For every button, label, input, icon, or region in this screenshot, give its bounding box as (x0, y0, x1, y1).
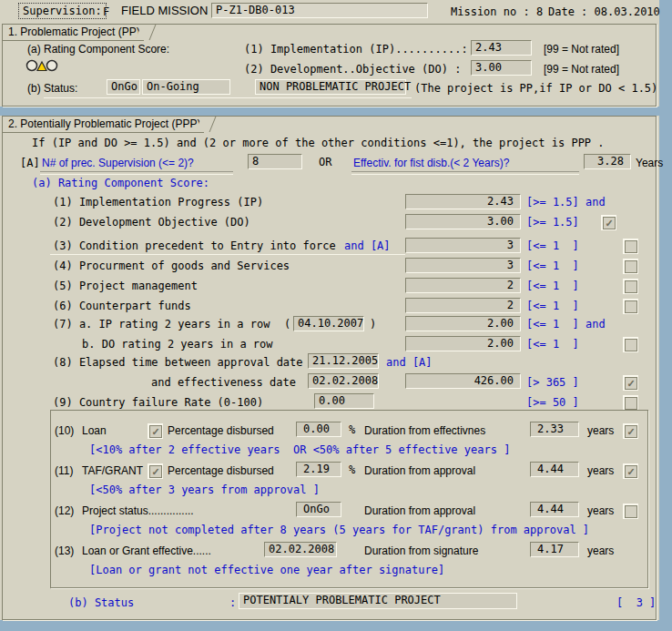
ppp-status-label: (b) Status (68, 596, 134, 609)
ip-not-rated-note: [99 = Not rated] (544, 43, 619, 56)
status-name-field[interactable]: On-Going (142, 79, 230, 95)
row9-checkbox[interactable] (623, 395, 638, 411)
row12-number: (12) (55, 504, 74, 517)
row11-number: (11) (55, 464, 73, 477)
row10-number: (10) (55, 424, 74, 437)
row7a-paren-open: ( (284, 318, 290, 331)
effectiveness-years-field[interactable]: 3.28 (584, 154, 631, 169)
row6-value-field[interactable]: 2 (405, 298, 521, 313)
row10-duration-field[interactable]: 2.33 (530, 422, 579, 437)
row7a-condition: [<= 1 ] and (526, 318, 606, 331)
row8b-effectiveness-date-field[interactable]: 02.02.2008 (308, 373, 379, 389)
row13-number: (13) (55, 544, 74, 557)
row3-underline (50, 254, 405, 255)
row10-result-checkbox[interactable]: ✓ (623, 423, 638, 439)
section1-tab: 1. Problematic Project (PP) (3, 25, 144, 41)
row9-condition: [>= 50 ] (526, 396, 579, 409)
row2-checkbox[interactable]: ✓ (601, 215, 616, 230)
section1-rating-label: (a) Rating Component Score: (27, 43, 169, 56)
row11-duration-field[interactable]: 4.44 (530, 462, 579, 477)
row11-taf-grant-label: TAF/GRANT (82, 464, 143, 477)
row7b-label: b. DO rating 2 years in a row (82, 338, 273, 351)
row3-checkmark (625, 240, 637, 253)
row10-years-label: years (587, 424, 614, 437)
mission-code-field[interactable]: P-Z1-DB0-013 (211, 3, 428, 18)
row7a-label: (7) a. IP rating 2 years in a row (53, 318, 270, 331)
row2-condition: [>= 1.5] (526, 216, 579, 229)
row3-value-field[interactable]: 3 (405, 238, 521, 253)
row11-taf-checkbox[interactable]: ✓ (148, 463, 163, 479)
row2-value-field[interactable]: 3.00 (405, 214, 521, 229)
row12-rule-label: [Project not completed after 8 years (5 … (89, 524, 589, 536)
row1-value-field[interactable]: 2.43 (405, 194, 521, 209)
row12-duration-field[interactable]: 4.44 (530, 502, 579, 517)
ppp-status-field[interactable]: POTENTIALY PROBLEMATIC PROJECT (239, 593, 517, 609)
row10-percent-field[interactable]: 0.00 (296, 422, 341, 437)
row6-checkbox[interactable] (623, 299, 638, 314)
row7b-checkbox[interactable] (623, 337, 638, 352)
ppp-rule-label: If (IP and DO >= 1.5) and (2 or more of … (32, 137, 605, 149)
row8b-checkbox[interactable]: ✓ (623, 375, 638, 391)
row8b-elapsed-days-field[interactable]: 426.00 (405, 373, 521, 389)
row4-checkbox[interactable] (623, 259, 638, 274)
row3-label-suffix: and [A] (344, 239, 391, 252)
row7a-value-field[interactable]: 2.00 (405, 316, 521, 331)
row5-value-field[interactable]: 2 (405, 278, 521, 293)
row6-label: (6) Counterpart funds (53, 300, 191, 312)
row10-percent-sign: % (349, 423, 355, 436)
row11-duration-label: Duration from approval (364, 464, 475, 477)
pp-status-field[interactable]: NON PROBLEMATIC PROJECT (255, 79, 406, 95)
row5-checkbox[interactable] (623, 279, 638, 294)
row10-disbursed-label: Percentage disbursed (168, 424, 274, 437)
pp-rule-label: (The project is PP,if IP or DO < 1.5) (414, 82, 657, 95)
row8-label: (8) Elapsed time between approval date (53, 356, 303, 369)
row12-result-checkbox[interactable] (623, 504, 638, 519)
prev-supervision-field[interactable]: 8 (248, 154, 302, 169)
date-label: Date : 08.03.2010 (548, 5, 660, 18)
effectiveness-question: Effectiv. for fist disb.(< 2 Years)? (353, 157, 509, 169)
row12-duration-label: Duration from approval (364, 504, 475, 517)
row10-rule-label: [<10% after 2 effective years OR <50% af… (89, 443, 510, 456)
row11-years-label: years (587, 464, 614, 477)
row4-label: (4) Procurment of goods and Services (53, 260, 290, 272)
row12-result-checkmark (625, 505, 637, 518)
row13-duration-label: Duration from signature (364, 544, 478, 557)
ppp-status-colon: : (229, 596, 236, 609)
q1-underline (40, 171, 233, 175)
ppp-status-code: [ 3 ] (616, 596, 656, 609)
section2-tab: 2. Potentially Problematic Project (PPP) (3, 117, 204, 133)
row7b-value-field[interactable]: 2.00 (405, 336, 521, 351)
ip-score-field[interactable]: 2.43 (471, 40, 532, 56)
row13-duration-field[interactable]: 4.17 (530, 542, 579, 557)
row7b-checkmark (625, 339, 637, 351)
row5-condition: [<= 1 ] (526, 280, 579, 292)
row4-value-field[interactable]: 3 (405, 258, 521, 273)
row13-effective-date-field[interactable]: 02.02.2008 (264, 542, 337, 557)
row4-checkmark (625, 260, 637, 273)
row10-duration-label: Duration from effectivnes (364, 424, 485, 437)
supervision-menu-item[interactable]: Supervision: (18, 3, 107, 19)
row11-percent-sign: % (349, 463, 355, 476)
row11-result-checkbox[interactable]: ✓ (623, 463, 638, 479)
row8b-label: and effectiveness date (151, 376, 296, 389)
row9-value-field[interactable]: 0.00 (314, 393, 374, 409)
row11-percent-field[interactable]: 2.19 (296, 462, 341, 477)
row6-checkmark (625, 300, 637, 313)
section2-rating-label: (a) Rating Component Score: (32, 177, 209, 189)
or-label: OR (319, 156, 331, 168)
status-underline (44, 97, 412, 98)
row13-years-label: years (587, 544, 614, 557)
section1-status-label: (b) Status: (27, 82, 77, 95)
row7a-date-field[interactable]: 04.10.2007 (293, 316, 364, 331)
row8-approval-date-field[interactable]: 21.12.2005 (308, 353, 379, 369)
prev-supervision-question: N# of prec. Supervision (<= 2)? (42, 157, 194, 169)
row12-project-status-label: Project status............... (82, 504, 194, 517)
row7b-condition: [<= 1 ] (526, 338, 579, 351)
do-score-field[interactable]: 3.00 (471, 60, 532, 76)
row2-label: (2) Development Objective (DO) (53, 216, 250, 229)
row6-condition: [<= 1 ] (526, 300, 579, 312)
row3-checkbox[interactable] (623, 239, 638, 254)
row10-loan-checkbox[interactable]: ✓ (148, 423, 163, 439)
row12-status-field[interactable]: OnGo (296, 502, 341, 517)
status-code-field[interactable]: OnGo (107, 79, 140, 95)
